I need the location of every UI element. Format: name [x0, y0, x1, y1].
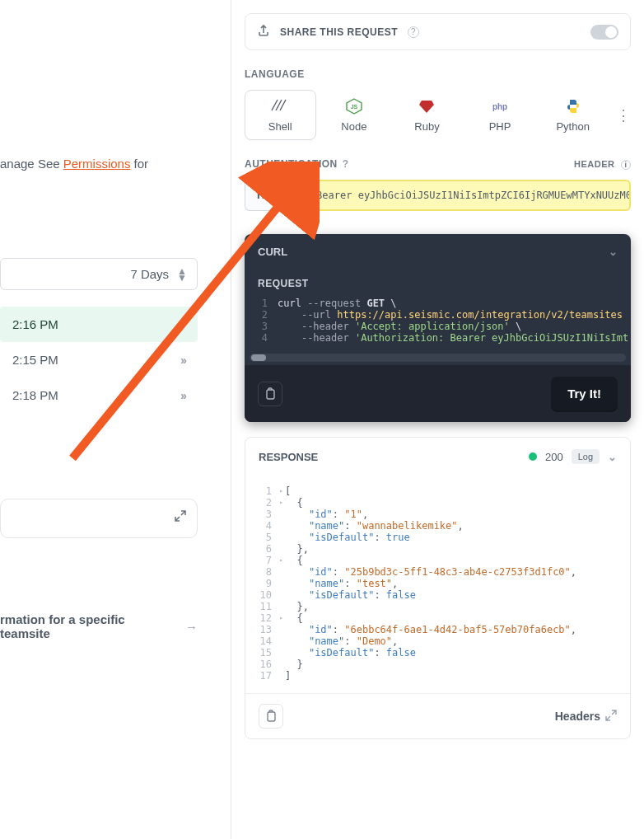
response-title: RESPONSE: [259, 451, 318, 463]
related-endpoint-link[interactable]: rmation for a specific teamsite →: [0, 612, 198, 640]
shell-icon: [271, 97, 289, 115]
history-item[interactable]: 2:16 PM ›: [0, 307, 198, 342]
expand-icon: [605, 710, 617, 724]
code-footer: Try It!: [245, 365, 631, 422]
text-fragment: anage: [0, 157, 35, 171]
code-panel-header[interactable]: CURL ⌄: [245, 234, 631, 270]
expand-icon: [174, 509, 187, 526]
permissions-line: anage See Permissions for: [0, 157, 231, 171]
node-icon: JS: [345, 97, 363, 115]
related-endpoint-label: rmation for a specific teamsite: [0, 612, 177, 640]
ruby-icon: [418, 97, 436, 115]
python-icon: [564, 97, 582, 115]
language-ruby[interactable]: Ruby: [392, 91, 462, 139]
code-body: 1curl --request GET \2 --url https://api…: [245, 298, 631, 349]
expandable-card[interactable]: [0, 499, 198, 538]
time-range-value: 7 Days: [130, 267, 169, 281]
updown-icon: ▲▼: [177, 268, 187, 281]
status-dot-icon: [529, 452, 537, 461]
share-label: SHARE THIS REQUEST: [280, 26, 398, 38]
history-time: 2:15 PM: [12, 353, 58, 367]
language-label: Shell: [268, 120, 292, 133]
response-header: RESPONSE 200 Log ⌄: [245, 438, 630, 476]
arrow-right-icon: →: [185, 620, 198, 634]
code-language-title: CURL: [258, 246, 287, 258]
history-item[interactable]: 2:18 PM ››: [0, 377, 198, 413]
request-code-panel: CURL ⌄ REQUEST 1curl --request GET \2 --…: [245, 234, 631, 422]
chevron-right-icon: ››: [180, 353, 185, 367]
log-chip[interactable]: Log: [572, 449, 600, 464]
share-toggle[interactable]: [590, 25, 618, 40]
help-icon[interactable]: ?: [408, 26, 419, 38]
permissions-link[interactable]: Permissions: [63, 157, 131, 171]
language-php[interactable]: php PHP: [465, 91, 535, 139]
language-label: PHP: [489, 120, 511, 133]
chevron-down-icon: ⌄: [609, 246, 618, 258]
info-icon[interactable]: i: [621, 160, 631, 170]
response-body: 1▸[2▸ {3 "id": "1",4 "name": "wannabelik…: [245, 476, 630, 693]
auth-section-label: AUTHENTICATION ? HEADER i: [245, 158, 631, 170]
language-python[interactable]: Python: [538, 91, 608, 139]
auth-header-input[interactable]: Bearer eyJhbGciOiJSUzI1NiIsImtpZCI6IjRGM…: [305, 180, 631, 211]
svg-marker-2: [419, 101, 434, 113]
language-label: Node: [341, 120, 366, 133]
share-request-bar: SHARE THIS REQUEST ?: [245, 13, 631, 50]
svg-rect-3: [267, 390, 274, 399]
section-title: LANGUAGE: [245, 68, 305, 80]
language-label: Ruby: [414, 120, 439, 133]
time-range-select[interactable]: 7 Days ▲▼: [0, 258, 198, 290]
copy-response-button[interactable]: [259, 704, 283, 729]
response-panel: RESPONSE 200 Log ⌄ 1▸[2▸ {3 "id": "1",4 …: [245, 437, 631, 739]
share-icon: [257, 24, 270, 40]
auth-type-button[interactable]: Header: [245, 180, 305, 211]
history-list: 2:16 PM › 2:15 PM ›› 2:18 PM ››: [0, 307, 198, 413]
svg-rect-4: [268, 712, 275, 721]
section-title: AUTHENTICATION: [245, 158, 338, 170]
language-section-label: LANGUAGE: [245, 68, 631, 80]
history-item[interactable]: 2:15 PM ››: [0, 342, 198, 377]
response-footer: Headers: [245, 693, 630, 738]
page-right-panel: SHARE THIS REQUEST ? LANGUAGE Shell JS N…: [231, 0, 644, 839]
language-node[interactable]: JS Node: [320, 91, 390, 139]
headers-label: Headers: [555, 710, 600, 723]
history-time: 2:16 PM: [12, 317, 58, 331]
chevron-right-icon: ››: [180, 388, 185, 402]
language-label: Python: [556, 120, 589, 133]
svg-text:JS: JS: [351, 104, 358, 110]
horizontal-scrollbar[interactable]: [250, 354, 626, 362]
language-shell[interactable]: Shell: [245, 90, 316, 140]
copy-request-button[interactable]: [258, 382, 282, 406]
help-icon[interactable]: ?: [343, 158, 349, 170]
php-icon: php: [491, 97, 509, 115]
text-fragment: for: [130, 157, 148, 171]
auth-mode-label: HEADER i: [574, 159, 631, 170]
try-it-button[interactable]: Try It!: [551, 377, 618, 410]
text-fragment: See: [35, 157, 63, 171]
status-code: 200: [545, 451, 563, 463]
history-time: 2:18 PM: [12, 388, 58, 402]
headers-button[interactable]: Headers: [555, 710, 617, 724]
page-left-panel: anage See Permissions for 7 Days ▲▼ 2:16…: [0, 0, 231, 839]
auth-header-row: Header Bearer eyJhbGciOiJSUzI1NiIsImtpZC…: [245, 180, 631, 211]
chevron-down-icon[interactable]: ⌄: [608, 451, 617, 463]
code-section-label: REQUEST: [245, 270, 631, 298]
more-languages-button[interactable]: ⋮: [611, 106, 631, 124]
chevron-right-icon: ›: [181, 317, 185, 331]
language-tabs: Shell JS Node Ruby php PHP Python ⋮: [245, 90, 631, 140]
